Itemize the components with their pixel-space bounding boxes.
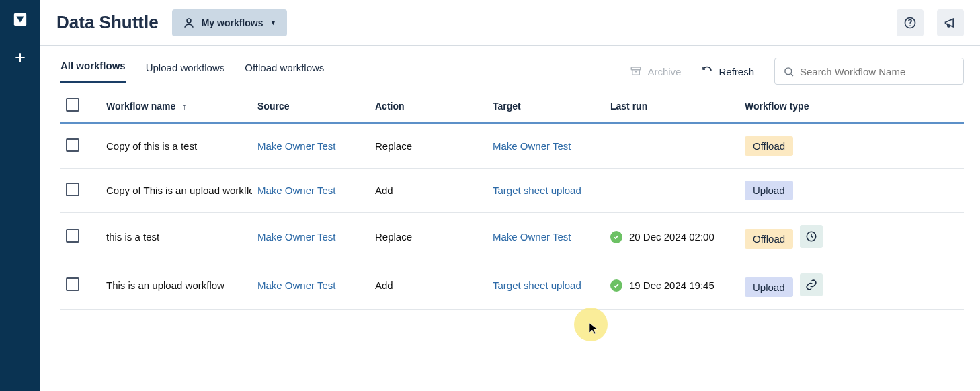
table-row[interactable]: This is an upload workflowMake Owner Tes… <box>60 261 964 310</box>
workflow-tabs: All workflows Upload workflows Offload w… <box>60 60 324 83</box>
schedule-icon[interactable] <box>800 225 823 248</box>
col-header-target[interactable]: Target <box>487 89 605 123</box>
source-link[interactable]: Make Owner Test <box>257 185 335 196</box>
workflow-type-badge: Upload <box>745 277 793 297</box>
add-button[interactable] <box>13 51 27 67</box>
workflow-type-badge: Upload <box>745 181 793 200</box>
toolbar: All workflows Upload workflows Offload w… <box>40 46 980 85</box>
link-icon[interactable] <box>800 273 823 296</box>
workflow-table: Workflow name ↑ Source Action Target Las… <box>60 89 964 310</box>
lastrun-cell: 19 Dec 2024 19:45 <box>610 279 734 292</box>
sort-asc-icon: ↑ <box>182 101 187 112</box>
action-cell: Replace <box>370 123 487 169</box>
search-icon <box>783 66 794 77</box>
workflow-type-badge: Offload <box>745 136 793 156</box>
workflow-name[interactable]: this is a test <box>101 213 252 261</box>
col-header-action[interactable]: Action <box>370 89 487 123</box>
workflow-name[interactable]: This is an upload workflow <box>101 261 252 310</box>
row-checkbox[interactable] <box>66 229 79 243</box>
announcements-button[interactable] <box>937 9 964 36</box>
target-link[interactable]: Target sheet upload <box>493 185 581 196</box>
table-row[interactable]: Copy of This is an upload workflowMake O… <box>60 169 964 213</box>
table-row[interactable]: Copy of this is a testMake Owner TestRep… <box>60 123 964 169</box>
help-button[interactable] <box>897 9 924 36</box>
source-link[interactable]: Make Owner Test <box>257 140 335 152</box>
search-input[interactable] <box>800 66 955 77</box>
svg-point-5 <box>785 67 792 74</box>
app-logo-icon[interactable] <box>13 12 28 27</box>
archive-icon <box>630 65 642 77</box>
workflow-name[interactable]: Copy of this is a test <box>101 123 252 169</box>
tab-all-workflows[interactable]: All workflows <box>60 60 126 83</box>
action-cell: Add <box>370 261 487 310</box>
my-workflows-dropdown[interactable]: My workflows ▼ <box>172 9 288 36</box>
target-link[interactable]: Make Owner Test <box>493 231 571 243</box>
refresh-icon <box>701 65 713 77</box>
tab-upload-workflows[interactable]: Upload workflows <box>146 62 225 83</box>
table-row[interactable]: this is a testMake Owner TestReplaceMake… <box>60 213 964 261</box>
status-success-icon <box>610 279 622 292</box>
svg-point-1 <box>187 19 191 23</box>
select-all-checkbox[interactable] <box>66 98 79 112</box>
source-link[interactable]: Make Owner Test <box>257 231 335 243</box>
action-cell: Replace <box>370 213 487 261</box>
col-header-source[interactable]: Source <box>252 89 370 123</box>
search-field[interactable] <box>774 58 964 85</box>
tab-offload-workflows[interactable]: Offload workflows <box>245 62 324 83</box>
workflow-type-badge: Offload <box>745 229 793 249</box>
source-link[interactable]: Make Owner Test <box>257 279 335 291</box>
svg-rect-4 <box>632 67 641 70</box>
target-link[interactable]: Make Owner Test <box>493 140 571 152</box>
svg-point-3 <box>909 25 911 26</box>
help-icon <box>903 16 917 30</box>
archive-button: Archive <box>630 65 681 77</box>
page-title: Data Shuttle <box>56 12 159 33</box>
col-header-lastrun[interactable]: Last run <box>605 89 739 123</box>
refresh-button[interactable]: Refresh <box>701 65 754 77</box>
status-success-icon <box>610 231 622 243</box>
top-bar: Data Shuttle My workflows ▼ <box>40 0 980 46</box>
col-header-type[interactable]: Workflow type <box>739 89 964 123</box>
action-cell: Add <box>370 169 487 213</box>
workflow-name[interactable]: Copy of This is an upload workflow <box>101 169 252 213</box>
col-header-name[interactable]: Workflow name ↑ <box>101 89 252 123</box>
megaphone-icon <box>944 16 957 30</box>
chevron-down-icon: ▼ <box>270 19 276 26</box>
lastrun-cell: 20 Dec 2024 02:00 <box>610 231 734 243</box>
person-icon <box>183 17 195 29</box>
row-checkbox[interactable] <box>66 138 79 152</box>
target-link[interactable]: Target sheet upload <box>493 279 581 291</box>
dropdown-label: My workflows <box>202 17 263 28</box>
row-checkbox[interactable] <box>66 277 79 291</box>
left-nav <box>0 0 40 391</box>
row-checkbox[interactable] <box>66 183 79 196</box>
